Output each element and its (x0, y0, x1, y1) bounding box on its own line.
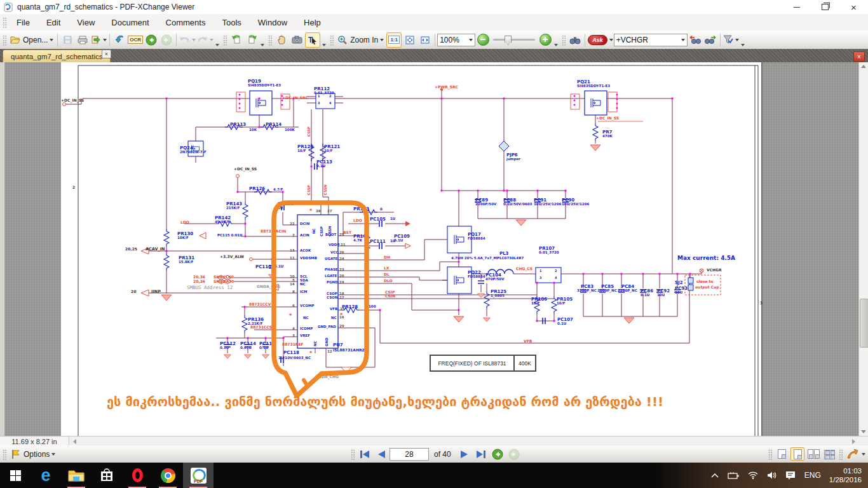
go-back-button[interactable] (144, 33, 158, 47)
export-dropdown-arrow[interactable] (103, 39, 107, 41)
continuous-view-button[interactable] (790, 447, 804, 461)
open-button[interactable]: Open... (9, 33, 55, 47)
next-page-button[interactable] (457, 447, 472, 461)
vertical-scrollbar[interactable] (858, 62, 868, 436)
tabgroup-close-button[interactable]: × (853, 51, 865, 62)
taskbar-store[interactable] (92, 463, 122, 488)
pagenav-grip[interactable] (350, 449, 355, 460)
toolbar-overflow[interactable] (215, 44, 219, 46)
taskbar-clock[interactable]: 01:03 1/28/2016 (829, 466, 862, 484)
rotate-cw-button[interactable] (245, 33, 259, 47)
ask-button[interactable]: Ask (588, 33, 613, 47)
redo-dropdown-arrow[interactable] (210, 39, 214, 41)
layout-grip[interactable] (768, 449, 772, 460)
options-grip[interactable] (2, 449, 6, 460)
zoom-slider-handle[interactable] (505, 36, 512, 45)
zoom-dropdown-arrow[interactable] (380, 39, 384, 41)
previous-view-button[interactable] (490, 447, 505, 461)
action-center-icon[interactable] (785, 471, 796, 480)
snapshot-tool-button[interactable] (290, 33, 304, 47)
options-dropdown-arrow[interactable] (51, 453, 55, 456)
fit-page-button[interactable] (403, 33, 417, 47)
last-page-button[interactable] (473, 447, 489, 461)
tab-close-icon[interactable]: × (102, 50, 111, 58)
search-dropdown-arrow[interactable] (681, 39, 685, 41)
options-label[interactable]: Options (24, 450, 50, 459)
tab-quanta-gm7-rd-schematics[interactable]: quanta_gm7_rd_schematics (3, 50, 111, 62)
menu-tools[interactable]: Tools (214, 14, 249, 30)
left-panel-splitter[interactable] (0, 62, 5, 436)
scroll-up-arrow[interactable] (860, 62, 867, 71)
rotate-group-grip[interactable] (222, 34, 227, 46)
ask-dropdown-arrow[interactable] (609, 39, 613, 41)
zoom-level-dropdown-arrow[interactable] (469, 39, 473, 41)
taskbar-file-explorer[interactable] (61, 463, 92, 488)
menu-comments[interactable]: Comments (158, 14, 214, 30)
previous-page-button[interactable] (374, 447, 389, 461)
zoom-in-button[interactable] (538, 33, 552, 47)
taskbar-chrome[interactable] (153, 463, 183, 488)
scroll-left-arrow[interactable] (70, 437, 79, 445)
toolbar-grip[interactable] (2, 34, 6, 46)
menu-edit[interactable]: Edit (38, 14, 69, 30)
rotate-overflow[interactable] (261, 44, 264, 46)
menu-file[interactable]: File (8, 14, 38, 30)
vertical-scroll-thumb[interactable] (860, 299, 868, 348)
filter-dropdown-arrow[interactable] (735, 39, 739, 41)
pan-dropdown-arrow[interactable] (862, 453, 865, 456)
taskbar-pdf-xchange[interactable]: PDF (183, 463, 214, 488)
language-indicator[interactable]: ENG (804, 471, 821, 480)
search-overflow[interactable] (741, 44, 745, 46)
fit-width-button[interactable] (418, 33, 432, 47)
menu-document[interactable]: Document (103, 14, 157, 30)
minimize-button[interactable] (782, 0, 811, 14)
export-button[interactable] (91, 33, 107, 47)
start-button[interactable] (0, 463, 31, 488)
undo-dropdown-arrow[interactable] (192, 39, 196, 41)
zoom-level-input[interactable] (440, 36, 467, 44)
search-field[interactable] (614, 34, 688, 46)
battery-icon[interactable] (728, 472, 739, 479)
scroll-right-arrow[interactable] (849, 437, 858, 445)
menu-window[interactable]: Window (250, 14, 295, 30)
current-page-input[interactable] (390, 448, 429, 461)
taskbar-opera[interactable] (122, 463, 153, 488)
pan-grip[interactable] (838, 449, 843, 460)
search-previous-button[interactable] (688, 33, 702, 47)
print-button[interactable] (76, 33, 90, 47)
tools-group-grip[interactable] (268, 34, 272, 46)
taskbar-edge[interactable]: e (31, 463, 61, 488)
continuous-facing-view-button[interactable] (822, 448, 835, 460)
menu-help[interactable]: Help (295, 14, 329, 30)
search-next-button[interactable] (703, 33, 717, 47)
go-forward-button[interactable] (159, 33, 173, 47)
menu-view[interactable]: View (69, 14, 103, 30)
tray-chevron-up-icon[interactable] (711, 473, 719, 478)
search-input[interactable] (616, 36, 679, 44)
search-group-grip[interactable] (561, 34, 566, 46)
first-page-button[interactable] (357, 447, 372, 461)
tools-overflow[interactable] (322, 44, 326, 46)
rotate-ccw-button[interactable] (229, 33, 243, 47)
filter-button[interactable] (723, 33, 739, 47)
volume-icon[interactable] (767, 471, 776, 479)
undo-button[interactable] (179, 33, 196, 47)
send-mail-button[interactable] (112, 33, 126, 47)
scroll-down-arrow[interactable] (860, 428, 867, 436)
zoom-group-grip[interactable] (329, 34, 334, 46)
maximize-button[interactable] (811, 0, 839, 14)
close-button[interactable]: × (839, 0, 868, 14)
zoom-in-tool-button[interactable]: Zoom In (336, 33, 385, 47)
wifi-icon[interactable] (748, 471, 758, 479)
select-tool-button[interactable]: T (305, 32, 320, 48)
save-button[interactable] (60, 33, 74, 47)
open-dropdown-arrow[interactable] (50, 39, 53, 41)
single-page-view-button[interactable] (775, 448, 788, 460)
zoom-level-combobox[interactable] (437, 34, 475, 46)
zoom-slider[interactable] (493, 39, 535, 41)
ocr-button[interactable]: OCR (128, 33, 143, 47)
redo-button[interactable] (197, 33, 214, 47)
pdf-page[interactable] (61, 62, 761, 436)
zoom-overflow[interactable] (554, 44, 558, 46)
zoom-out-button[interactable] (476, 33, 490, 47)
